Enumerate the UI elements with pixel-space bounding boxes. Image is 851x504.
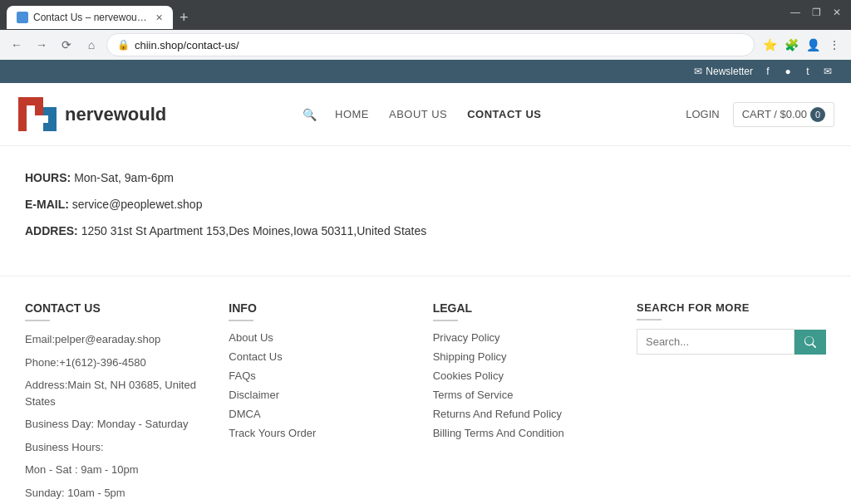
browser-tab[interactable]: Contact Us – nervewould Online... ✕ <box>7 6 173 29</box>
main-content: HOURS: Mon-Sat, 9am-6pm E-MAIL: service@… <box>0 146 851 267</box>
nav-about-us[interactable]: ABOUT US <box>381 103 455 125</box>
footer-info-faqs[interactable]: FAQs <box>229 369 407 382</box>
email-icon[interactable]: ✉ <box>821 65 834 78</box>
footer-contact-col: Contact Us Email:pelper@earaday.shop Pho… <box>25 301 204 504</box>
footer: Contact Us Email:pelper@earaday.shop Pho… <box>0 276 851 504</box>
cart-label: CART / $0.00 <box>742 108 807 120</box>
win-minimize-button[interactable]: — <box>790 7 800 18</box>
hours-line: HOURS: Mon-Sat, 9am-6pm <box>25 171 826 184</box>
footer-info-col: INFO About Us Contact Us FAQs Disclaimer… <box>229 301 407 504</box>
url-text: chiin.shop/contact-us/ <box>135 39 239 51</box>
site-header: nervewould 🔍 HOME ABOUT US CONTACT US LO… <box>0 83 851 146</box>
lock-icon: 🔒 <box>117 39 130 51</box>
footer-contact-business-day: Business Day: Monday - Saturday <box>25 416 204 433</box>
address-line: ADDRES: 1250 31st St Apartment 153,Des M… <box>25 224 826 237</box>
search-box <box>637 329 826 355</box>
search-submit-icon <box>804 336 816 348</box>
footer-info-track-order[interactable]: Track Yours Order <box>229 427 407 439</box>
footer-legal-cookies[interactable]: Cookies Policy <box>433 369 612 382</box>
top-bar: ✉ Newsletter f ● t ✉ <box>0 60 851 83</box>
newsletter-area[interactable]: ✉ Newsletter <box>694 66 753 77</box>
bookmark-button[interactable]: ⭐ <box>760 35 780 55</box>
win-close-button[interactable]: ✕ <box>833 7 841 18</box>
logo-text: nervewould <box>65 104 166 125</box>
social-links: f ● t ✉ <box>761 65 834 78</box>
win-restore-button[interactable]: ❐ <box>812 7 821 18</box>
browser-actions: ⭐ 🧩 👤 ⋮ <box>760 35 844 55</box>
footer-search-heading: SEARCH FOR MORE <box>637 301 826 321</box>
footer-info-about-us[interactable]: About Us <box>229 331 407 344</box>
page-wrapper: ✉ Newsletter f ● t ✉ nervewould 🔍 HO <box>0 60 851 504</box>
instagram-icon[interactable]: ● <box>781 65 794 78</box>
footer-info-heading: INFO <box>229 301 407 321</box>
footer-contact-address: Address:Main St, NH 03685, United States <box>25 377 204 409</box>
footer-legal-terms[interactable]: Terms of Service <box>433 389 612 401</box>
footer-legal-col: LEGAL Privacy Policy Shipping Policy Coo… <box>433 301 612 504</box>
footer-contact-weekday-hours: Mon - Sat : 9am - 10pm <box>25 462 204 478</box>
hours-label: HOURS: <box>25 171 71 184</box>
footer-contact-phone: Phone:+1(612)-396-4580 <box>25 355 204 371</box>
footer-contact-heading: Contact Us <box>25 301 204 321</box>
home-button[interactable]: ⌂ <box>81 35 101 55</box>
login-link[interactable]: LOGIN <box>686 108 719 120</box>
email-line: E-MAIL: service@peoplewet.shop <box>25 198 826 211</box>
profile-button[interactable]: 👤 <box>803 35 823 55</box>
contact-info: HOURS: Mon-Sat, 9am-6pm E-MAIL: service@… <box>25 171 826 237</box>
forward-button[interactable]: → <box>32 35 52 55</box>
cart-button[interactable]: CART / $0.00 0 <box>733 102 834 127</box>
nav-home[interactable]: HOME <box>327 103 377 125</box>
search-icon[interactable]: 🔍 <box>303 108 317 121</box>
logo-icon <box>17 95 58 133</box>
twitter-icon[interactable]: t <box>801 65 814 78</box>
footer-info-contact-us[interactable]: Contact Us <box>229 350 407 363</box>
newsletter-label: Newsletter <box>706 66 753 77</box>
hours-value: Mon-Sat, 9am-6pm <box>74 171 174 184</box>
cart-badge: 0 <box>810 107 825 122</box>
new-tab-button[interactable]: + <box>180 9 189 27</box>
search-submit-button[interactable] <box>794 330 826 355</box>
logo-area: nervewould <box>17 95 166 133</box>
svg-rect-2 <box>35 97 43 115</box>
address-value: 1250 31st St Apartment 153,Des Moines,Io… <box>81 224 427 237</box>
browser-controls: ← → ⟳ ⌂ 🔒 chiin.shop/contact-us/ ⭐ 🧩 👤 ⋮ <box>0 30 851 60</box>
envelope-icon: ✉ <box>694 66 702 77</box>
email-value: service@peoplewet.shop <box>72 198 203 211</box>
reload-button[interactable]: ⟳ <box>57 35 76 55</box>
menu-button[interactable]: ⋮ <box>824 35 844 55</box>
facebook-icon[interactable]: f <box>761 65 775 78</box>
footer-legal-shipping[interactable]: Shipping Policy <box>433 350 612 363</box>
footer-grid: Contact Us Email:pelper@earaday.shop Pho… <box>25 301 826 504</box>
footer-legal-billing[interactable]: Billing Terms And Condition <box>433 427 612 439</box>
tab-title: Contact Us – nervewould Online... <box>33 12 149 23</box>
back-button[interactable]: ← <box>7 35 27 55</box>
footer-legal-privacy[interactable]: Privacy Policy <box>433 331 612 344</box>
main-nav: 🔍 HOME ABOUT US CONTACT US <box>303 103 549 125</box>
svg-rect-5 <box>43 123 57 131</box>
footer-contact-business-hours-label: Business Hours: <box>25 439 204 456</box>
address-label: ADDRES: <box>25 224 78 237</box>
nav-contact-us[interactable]: CONTACT US <box>459 103 549 125</box>
footer-contact-email: Email:pelper@earaday.shop <box>25 331 204 348</box>
header-right: LOGIN CART / $0.00 0 <box>686 102 834 127</box>
address-bar[interactable]: 🔒 chiin.shop/contact-us/ <box>106 33 755 56</box>
extensions-button[interactable]: 🧩 <box>781 35 801 55</box>
footer-search-col: SEARCH FOR MORE <box>637 301 826 504</box>
search-input[interactable] <box>637 329 794 355</box>
browser-title-bar: Contact Us – nervewould Online... ✕ + — … <box>0 0 851 30</box>
tab-close-icon[interactable]: ✕ <box>155 12 163 23</box>
footer-legal-heading: LEGAL <box>433 301 612 321</box>
email-label: E-MAIL: <box>25 198 69 211</box>
tab-favicon <box>17 12 28 23</box>
footer-info-dmca[interactable]: DMCA <box>229 408 407 420</box>
footer-info-disclaimer[interactable]: Disclaimer <box>229 389 407 401</box>
footer-legal-returns[interactable]: Returns And Refund Policy <box>433 408 612 420</box>
footer-contact-sunday-hours: Sunday: 10am - 5pm <box>25 485 204 502</box>
